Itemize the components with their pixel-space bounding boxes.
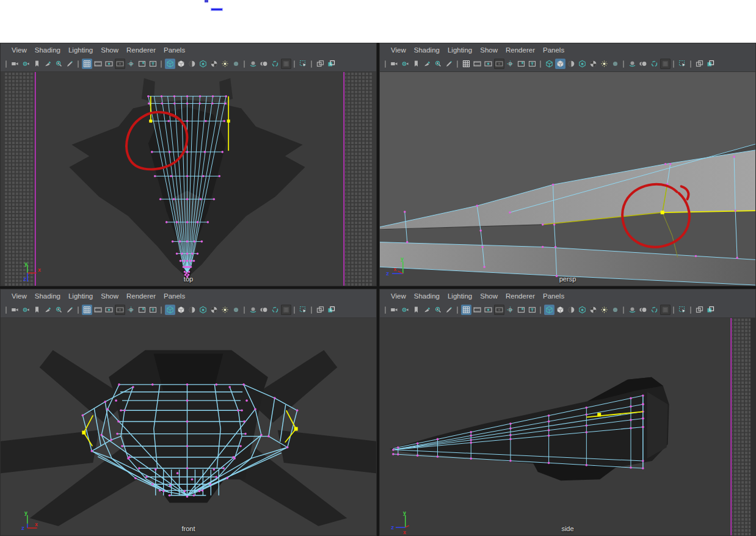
bookmark-icon[interactable] (411, 59, 421, 69)
camera-attributes-icon[interactable] (21, 305, 31, 315)
grease-pencil-new-icon[interactable] (315, 59, 325, 69)
persp-view-scene[interactable]: y x z (380, 72, 755, 286)
mesh-vertex[interactable] (115, 399, 117, 402)
viewport-canvas-side[interactable]: y x z side (380, 318, 755, 535)
mesh-vertex[interactable] (225, 95, 227, 98)
mesh-vertex[interactable] (186, 467, 189, 469)
mesh-vertex[interactable] (165, 221, 168, 223)
annotate-pencil-icon[interactable] (65, 59, 75, 69)
mesh-vertex[interactable] (397, 446, 399, 449)
menu-renderer[interactable]: Renderer (126, 292, 156, 300)
shaded-mode-icon[interactable] (555, 59, 565, 69)
grease-pencil-frames-icon[interactable] (705, 59, 716, 69)
mesh-vertex[interactable] (509, 427, 512, 430)
mesh-vertex[interactable] (204, 151, 206, 153)
mesh-vertex[interactable] (127, 457, 129, 460)
mesh-vertex[interactable] (205, 120, 207, 123)
field-chart-icon[interactable] (505, 305, 515, 315)
mesh-vertex[interactable] (207, 221, 209, 223)
mesh-vertex[interactable] (733, 156, 735, 158)
wire-on-shaded-icon[interactable] (577, 59, 587, 69)
grid-icon[interactable] (82, 59, 92, 69)
safe-title-icon[interactable] (527, 305, 537, 315)
safe-title-icon[interactable] (527, 59, 537, 69)
mesh-vertex[interactable] (286, 446, 289, 449)
grease-pencil-icon[interactable] (43, 59, 53, 69)
viewport-front[interactable]: ViewShadingLightingShowRendererPanels (0, 289, 377, 536)
camera-attributes-icon[interactable] (21, 59, 31, 69)
multisample-aa-icon[interactable] (649, 59, 660, 69)
mesh-vertex[interactable] (509, 460, 512, 462)
grease-pencil-new-icon[interactable] (694, 59, 705, 69)
grid-icon[interactable] (461, 59, 471, 69)
camera-icon[interactable] (389, 305, 399, 315)
multisample-aa-icon[interactable] (649, 305, 660, 315)
mesh-vertex[interactable] (222, 467, 225, 469)
textured-mode-icon[interactable] (566, 305, 576, 315)
mesh-vertex[interactable] (642, 403, 644, 405)
shaded-mode-icon[interactable] (176, 59, 186, 69)
safe-title-icon[interactable] (148, 305, 158, 315)
grease-pencil-icon[interactable] (422, 305, 432, 315)
isolate-select-icon[interactable] (677, 305, 688, 315)
mesh-vertex[interactable] (183, 260, 185, 263)
mesh-vertex[interactable] (148, 103, 150, 105)
mesh-vertex[interactable] (211, 103, 214, 105)
grease-pencil-frames-icon[interactable] (705, 305, 716, 315)
mesh-vertex[interactable] (186, 383, 189, 386)
mesh-vertex[interactable] (118, 383, 120, 386)
mesh-vertex[interactable] (193, 494, 195, 497)
mesh-vertex[interactable] (221, 151, 224, 153)
pan-zoom-icon[interactable] (54, 305, 64, 315)
mesh-vertex[interactable] (213, 468, 216, 471)
mesh-vertex[interactable] (151, 483, 154, 485)
mesh-vertex[interactable] (542, 246, 544, 248)
shadows-icon[interactable] (610, 59, 620, 69)
resolution-gate-icon[interactable] (483, 59, 493, 69)
pan-zoom-icon[interactable] (54, 59, 64, 69)
mesh-vertex[interactable] (224, 103, 227, 105)
mesh-vertex[interactable] (184, 490, 186, 493)
mesh-vertex[interactable] (181, 253, 183, 255)
mesh-vertex[interactable] (470, 441, 472, 444)
mesh-vertex[interactable] (186, 445, 189, 447)
wire-on-shaded-icon[interactable] (198, 59, 208, 69)
textured-mode-icon[interactable] (187, 305, 197, 315)
bookmark-icon[interactable] (32, 59, 42, 69)
field-chart-icon[interactable] (505, 59, 515, 69)
mesh-vertex[interactable] (239, 445, 242, 447)
use-all-lights-icon[interactable] (209, 305, 219, 315)
menu-shading[interactable]: Shading (414, 292, 440, 300)
mesh-vertex[interactable] (176, 253, 178, 255)
selected-vertex[interactable] (82, 431, 85, 435)
resolution-gate-icon[interactable] (483, 305, 493, 315)
mesh-vertex[interactable] (586, 431, 588, 433)
viewport-side[interactable]: ViewShadingLightingShowRendererPanels (379, 289, 756, 536)
menu-lighting[interactable]: Lighting (68, 46, 93, 54)
menu-panels[interactable]: Panels (543, 46, 564, 54)
menu-view[interactable]: View (391, 292, 406, 300)
menu-shading[interactable]: Shading (35, 46, 60, 54)
shadows-icon[interactable] (231, 305, 241, 315)
film-gate-icon[interactable] (472, 305, 482, 315)
mesh-vertex[interactable] (392, 449, 394, 451)
mesh-vertex[interactable] (470, 435, 472, 437)
safe-action-icon[interactable] (137, 305, 147, 315)
menu-view[interactable]: View (12, 46, 27, 54)
mesh-vertex[interactable] (186, 95, 189, 98)
multisample-aa-icon[interactable] (270, 305, 280, 315)
film-gate-icon[interactable] (93, 305, 103, 315)
sequence-time-icon[interactable] (281, 59, 291, 69)
mesh-vertex[interactable] (159, 198, 162, 200)
menu-panels[interactable]: Panels (543, 292, 564, 300)
mesh-vertex[interactable] (226, 477, 228, 479)
mesh-vertex[interactable] (145, 476, 148, 478)
mesh-vertex[interactable] (437, 438, 439, 441)
default-lighting-icon[interactable] (599, 59, 609, 69)
mesh-vertex[interactable] (695, 255, 697, 258)
gate-mask-icon[interactable] (494, 59, 504, 69)
grease-pencil-icon[interactable] (422, 59, 432, 69)
viewport-canvas-front[interactable]: y x z front (1, 318, 376, 535)
use-all-lights-icon[interactable] (588, 59, 598, 69)
mesh-vertex[interactable] (586, 407, 588, 409)
